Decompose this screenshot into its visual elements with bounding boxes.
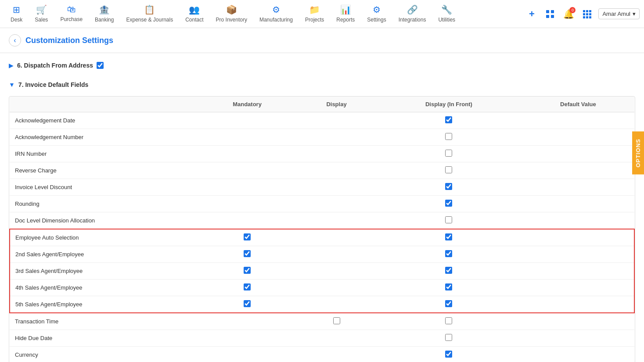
table-row: Doc Level Dimension Allocation [10,212,634,229]
display-in-front-checkbox[interactable] [445,150,452,157]
nav-integrations[interactable]: 🔗 Integrations [392,0,432,28]
mandatory-cell [197,162,297,179]
nav-contact[interactable]: 👥 Contact [179,0,209,28]
nav-sales[interactable]: 🛒 Sales [29,0,54,28]
default-value-cell [522,263,634,280]
field-name-cell: Acknowledgement Date [10,112,197,129]
display-in-front-cell [376,246,522,263]
display-in-front-checkbox[interactable] [445,233,452,240]
section-6-header[interactable]: ▶ 6. Dispatch From Address [9,57,635,73]
field-name-cell: Rounding [10,196,197,212]
nav-manufacturing[interactable]: ⚙ Manufacturing [253,0,299,28]
default-value-cell [522,112,634,129]
mandatory-checkbox[interactable] [244,250,251,257]
invoice-fields-table-container: Mandatory Display Display (In Front) Def… [9,96,635,362]
display-cell [297,263,376,280]
default-value-cell [522,313,634,330]
nav-desk[interactable]: ⊞ Desk [4,0,29,28]
display-in-front-checkbox[interactable] [445,250,452,257]
utilities-icon: 🔧 [441,4,452,15]
mandatory-cell [197,212,297,229]
section-6-chevron: ▶ [9,62,14,69]
mandatory-checkbox[interactable] [244,233,251,240]
mandatory-checkbox[interactable] [244,283,251,290]
mandatory-cell [197,196,297,212]
svg-rect-7 [583,13,585,15]
mandatory-checkbox[interactable] [244,267,251,274]
field-name-cell: 5th Sales Agent/Employee [10,296,197,313]
mandatory-checkbox[interactable] [244,300,251,307]
default-value-cell [522,280,634,296]
col-display-front-header: Display (In Front) [376,97,522,112]
display-in-front-checkbox[interactable] [445,317,452,324]
display-cell [297,129,376,146]
table-row: Acknowledgement Date [10,112,634,129]
display-in-front-checkbox[interactable] [445,116,452,123]
contact-icon: 👥 [189,4,200,15]
mandatory-cell [197,129,297,146]
svg-rect-9 [589,13,591,15]
col-display-header: Display [297,97,376,112]
default-value-cell [522,347,634,362]
nav-utilities[interactable]: 🔧 Utilities [432,0,461,28]
display-in-front-checkbox[interactable] [445,283,452,290]
field-name-cell: Doc Level Dimension Allocation [10,212,197,229]
display-checkbox[interactable] [333,317,340,324]
sales-icon: 🛒 [36,4,47,15]
table-row: Transaction Time [10,313,634,330]
notification-bell-icon[interactable]: 🔔 0 [561,7,576,21]
mandatory-cell [197,263,297,280]
table-row: Currency [10,347,634,362]
nav-reports-label: Reports [336,17,355,23]
add-button[interactable]: + [525,7,539,21]
apps-grid-icon[interactable] [580,7,594,21]
projects-icon: 📁 [309,4,320,15]
display-in-front-checkbox[interactable] [445,351,452,358]
field-name-cell: IRN Number [10,146,197,162]
nav-integrations-label: Integrations [399,17,426,23]
display-in-front-cell [376,179,522,196]
nav-reports[interactable]: 📊 Reports [330,0,361,28]
table-row: Hide Due Date [10,330,634,347]
display-in-front-checkbox[interactable] [445,216,452,223]
default-value-cell [522,129,634,146]
expense-icon: 📋 [144,4,155,15]
col-default-header: Default Value [522,97,634,112]
nav-expense[interactable]: 📋 Expense & Journals [120,0,179,28]
display-in-front-checkbox[interactable] [445,133,452,140]
nav-banking[interactable]: 🏦 Banking [89,0,120,28]
back-button[interactable]: ‹ [9,34,21,47]
nav-purchase[interactable]: 🛍 Purchase [54,0,89,28]
display-in-front-checkbox[interactable] [445,267,452,274]
grid-icon[interactable] [543,7,557,21]
display-in-front-checkbox[interactable] [445,166,452,173]
display-in-front-checkbox[interactable] [445,300,452,307]
default-value-cell [522,246,634,263]
nav-settings[interactable]: ⚙ Settings [361,0,392,28]
nav-pro-inventory[interactable]: 📦 Pro Inventory [210,0,253,28]
nav-pro-inventory-label: Pro Inventory [216,17,247,23]
mandatory-cell [197,330,297,347]
display-in-front-checkbox[interactable] [445,183,452,190]
nav-projects[interactable]: 📁 Projects [299,0,330,28]
user-menu-button[interactable]: Amar Amul ▾ [598,8,640,19]
options-tab[interactable]: OPTIONS [632,132,644,175]
default-value-cell [522,146,634,162]
mandatory-cell [197,280,297,296]
section-7-title: 7. Invoice Default Fields [18,81,89,88]
display-in-front-checkbox[interactable] [445,334,452,341]
table-row: Invoice Level Discount [10,179,634,196]
nav-desk-label: Desk [11,17,22,23]
display-in-front-cell [376,162,522,179]
display-cell [297,347,376,362]
section-6-checkbox[interactable] [97,62,104,69]
nav-expense-label: Expense & Journals [126,17,173,23]
table-row: Acknowledgement Number [10,129,634,146]
back-icon: ‹ [14,36,16,44]
default-value-cell [522,196,634,212]
svg-rect-11 [586,16,588,18]
nav-right: + 🔔 0 [525,7,640,21]
section-7-header[interactable]: ▼ 7. Invoice Default Fields [9,77,635,93]
display-in-front-checkbox[interactable] [445,200,452,207]
display-in-front-cell [376,196,522,212]
